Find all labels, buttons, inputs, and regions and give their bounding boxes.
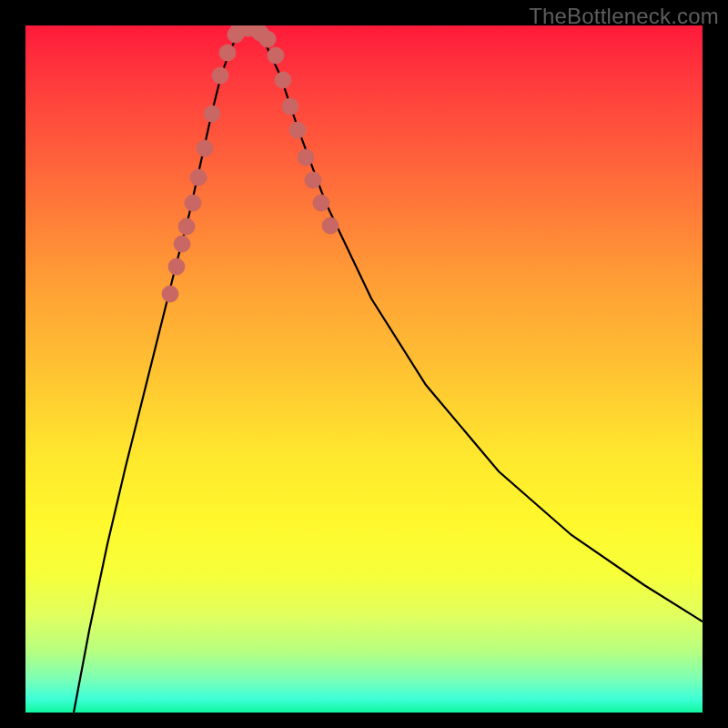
curve-marker: [305, 172, 321, 188]
watermark-text: TheBottleneck.com: [529, 4, 719, 29]
bottleneck-curve: [74, 28, 703, 713]
curve-marker: [259, 31, 276, 47]
curve-marker: [282, 98, 298, 115]
curve-marker: [212, 67, 228, 84]
curve-marker: [190, 169, 207, 186]
curve-marker: [289, 122, 306, 138]
curve-marker: [204, 106, 220, 122]
curve-marker: [174, 236, 190, 252]
curve-marker: [197, 140, 213, 157]
curve-marker: [275, 72, 291, 88]
curve-marker: [162, 286, 178, 302]
curve-marker: [322, 217, 339, 234]
curve-marker: [168, 258, 185, 275]
curve-marker: [178, 218, 195, 235]
curve-marker: [219, 45, 236, 61]
curve-marker: [298, 149, 314, 166]
curve-marker: [268, 47, 284, 64]
curve-marker: [185, 195, 201, 211]
curve-marker: [313, 195, 329, 211]
bottleneck-curve-svg: [25, 25, 703, 713]
chart-frame: TheBottleneck.com: [0, 0, 728, 728]
chart-plot-area: [25, 25, 703, 713]
